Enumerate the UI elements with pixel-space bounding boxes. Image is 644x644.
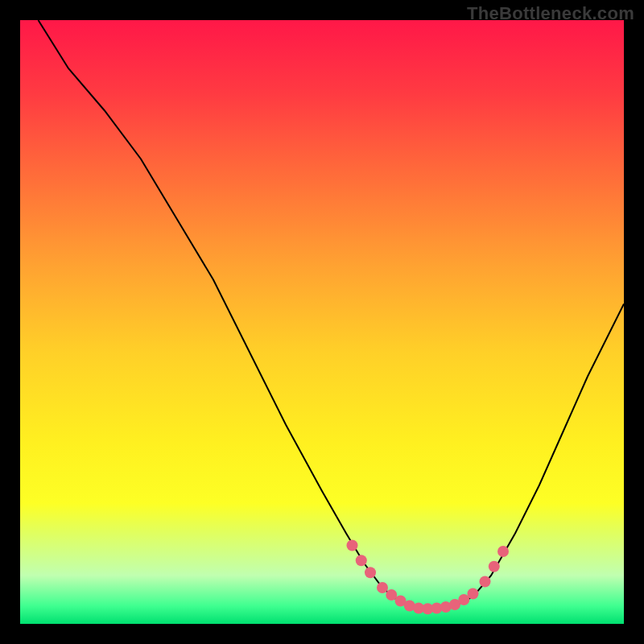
data-marker xyxy=(347,540,358,551)
watermark-text: TheBottleneck.com xyxy=(467,3,634,24)
data-marker xyxy=(489,561,500,572)
chart-svg xyxy=(20,20,624,624)
data-marker xyxy=(377,582,388,593)
data-marker xyxy=(365,567,376,578)
data-marker xyxy=(480,576,491,588)
chart-container: TheBottleneck.com xyxy=(0,0,644,644)
bottleneck-curve xyxy=(39,20,625,609)
data-marker xyxy=(468,588,479,600)
data-marker xyxy=(497,546,509,557)
data-marker xyxy=(356,555,367,566)
plot-area xyxy=(20,20,624,624)
